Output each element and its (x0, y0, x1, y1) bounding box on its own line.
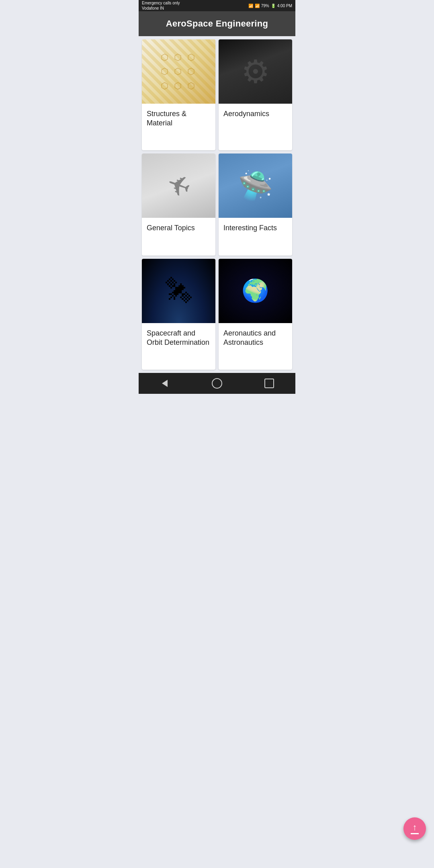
app-bar: AeroSpace Engineering (139, 11, 295, 36)
time-display: 4:00 PM (277, 4, 292, 8)
card-structures[interactable]: Structures &Material (142, 39, 215, 150)
battery-icon: 🔋 (271, 4, 276, 8)
status-carrier-name: Vodafone IN (142, 6, 180, 11)
status-call-text: Emergency calls only (142, 0, 180, 6)
card-general-topics[interactable]: General Topics (142, 154, 215, 255)
card-interesting-facts[interactable]: Interesting Facts (219, 154, 292, 255)
nav-recent-button[interactable] (259, 375, 279, 391)
wifi-icon: 📶 (248, 4, 253, 8)
card-aerodynamics-image (219, 39, 292, 104)
card-spacecraft-image (142, 259, 215, 323)
card-general-topics-image (142, 154, 215, 218)
card-structures-label: Structures &Material (142, 104, 215, 135)
card-structures-image (142, 39, 215, 104)
status-bar: Emergency calls only Vodafone IN 📶 📶 79%… (139, 0, 295, 11)
signal-icon: 📶 (255, 4, 260, 8)
nav-home-button[interactable] (207, 375, 227, 391)
bottom-nav (139, 373, 295, 394)
card-aerodynamics-label: Aerodynamics (219, 104, 292, 125)
status-carrier: Emergency calls only Vodafone IN (142, 0, 180, 11)
nav-back-button[interactable] (155, 375, 175, 391)
card-grid: Structures &Material Aerodynamics Genera… (139, 36, 295, 373)
card-aeronautics-image (219, 259, 292, 323)
card-aeronautics-label: Aeronautics andAstronautics (219, 323, 292, 354)
card-interesting-facts-label: Interesting Facts (219, 218, 292, 239)
app-title: AeroSpace Engineering (166, 18, 268, 29)
card-aeronautics[interactable]: Aeronautics andAstronautics (219, 259, 292, 370)
status-icons: 📶 📶 79% 🔋 4:00 PM (248, 4, 292, 8)
card-aerodynamics[interactable]: Aerodynamics (219, 39, 292, 150)
battery-text: 79% (261, 4, 269, 8)
card-general-topics-label: General Topics (142, 218, 215, 239)
card-interesting-facts-image (219, 154, 292, 218)
card-spacecraft-label: Spacecraft andOrbit Determination (142, 323, 215, 354)
card-spacecraft[interactable]: Spacecraft andOrbit Determination (142, 259, 215, 370)
